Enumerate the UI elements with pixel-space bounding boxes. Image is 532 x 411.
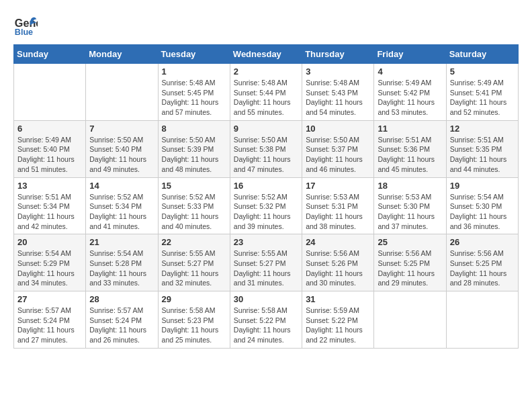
calendar-cell: 27Sunrise: 5:57 AM Sunset: 5:24 PM Dayli…: [14, 291, 86, 349]
header-row: SundayMondayTuesdayWednesdayThursdayFrid…: [14, 45, 519, 64]
svg-text:Blue: Blue: [15, 28, 33, 37]
day-number: 12: [450, 124, 515, 134]
day-number: 29: [162, 294, 226, 304]
day-number: 6: [17, 124, 82, 134]
day-number: 22: [162, 237, 226, 247]
calendar-cell: 12Sunrise: 5:51 AM Sunset: 5:35 PM Dayli…: [446, 120, 518, 177]
column-header-thursday: Thursday: [302, 45, 374, 64]
day-info: Sunrise: 5:51 AM Sunset: 5:35 PM Dayligh…: [450, 135, 515, 175]
day-info: Sunrise: 5:56 AM Sunset: 5:25 PM Dayligh…: [378, 248, 442, 288]
day-number: 7: [89, 124, 154, 134]
day-number: 1: [162, 66, 226, 77]
day-number: 8: [162, 124, 226, 134]
calendar-week-2: 6Sunrise: 5:49 AM Sunset: 5:40 PM Daylig…: [14, 120, 519, 177]
day-number: 3: [306, 66, 370, 77]
logo-icon: General Blue: [13, 13, 38, 38]
day-info: Sunrise: 5:54 AM Sunset: 5:29 PM Dayligh…: [17, 248, 82, 288]
calendar-week-3: 13Sunrise: 5:51 AM Sunset: 5:34 PM Dayli…: [14, 177, 519, 234]
day-number: 19: [450, 181, 515, 191]
day-info: Sunrise: 5:58 AM Sunset: 5:23 PM Dayligh…: [162, 306, 226, 345]
day-info: Sunrise: 5:53 AM Sunset: 5:30 PM Dayligh…: [378, 192, 442, 232]
calendar-cell: 9Sunrise: 5:50 AM Sunset: 5:38 PM Daylig…: [230, 120, 302, 177]
calendar-cell: 3Sunrise: 5:48 AM Sunset: 5:43 PM Daylig…: [302, 64, 374, 121]
day-number: 13: [17, 181, 82, 191]
calendar-week-4: 20Sunrise: 5:54 AM Sunset: 5:29 PM Dayli…: [14, 234, 519, 291]
day-info: Sunrise: 5:54 AM Sunset: 5:28 PM Dayligh…: [89, 248, 154, 288]
day-info: Sunrise: 5:56 AM Sunset: 5:25 PM Dayligh…: [450, 248, 515, 288]
day-info: Sunrise: 5:48 AM Sunset: 5:45 PM Dayligh…: [162, 78, 226, 118]
day-info: Sunrise: 5:50 AM Sunset: 5:39 PM Dayligh…: [162, 135, 226, 175]
day-info: Sunrise: 5:51 AM Sunset: 5:36 PM Dayligh…: [378, 135, 442, 175]
day-info: Sunrise: 5:50 AM Sunset: 5:38 PM Dayligh…: [234, 135, 298, 175]
calendar-cell: [14, 64, 86, 121]
calendar-cell: 26Sunrise: 5:56 AM Sunset: 5:25 PM Dayli…: [446, 234, 518, 291]
calendar-cell: 30Sunrise: 5:58 AM Sunset: 5:22 PM Dayli…: [230, 291, 302, 349]
calendar-cell: 1Sunrise: 5:48 AM Sunset: 5:45 PM Daylig…: [158, 64, 230, 121]
column-header-friday: Friday: [374, 45, 446, 64]
calendar-cell: 24Sunrise: 5:56 AM Sunset: 5:26 PM Dayli…: [302, 234, 374, 291]
day-info: Sunrise: 5:55 AM Sunset: 5:27 PM Dayligh…: [234, 248, 298, 288]
calendar-cell: 21Sunrise: 5:54 AM Sunset: 5:28 PM Dayli…: [86, 234, 158, 291]
day-number: 4: [378, 66, 442, 77]
day-number: 14: [89, 181, 154, 191]
day-info: Sunrise: 5:53 AM Sunset: 5:31 PM Dayligh…: [306, 192, 370, 232]
calendar-body: 1Sunrise: 5:48 AM Sunset: 5:45 PM Daylig…: [14, 64, 519, 349]
day-number: 20: [17, 237, 82, 247]
day-info: Sunrise: 5:52 AM Sunset: 5:33 PM Dayligh…: [162, 192, 226, 232]
calendar-cell: [374, 291, 446, 349]
calendar-header: SundayMondayTuesdayWednesdayThursdayFrid…: [14, 45, 519, 64]
day-number: 23: [234, 237, 298, 247]
day-number: 9: [234, 124, 298, 134]
calendar-cell: [446, 291, 518, 349]
calendar-week-5: 27Sunrise: 5:57 AM Sunset: 5:24 PM Dayli…: [14, 291, 519, 349]
column-header-saturday: Saturday: [446, 45, 518, 64]
day-info: Sunrise: 5:57 AM Sunset: 5:24 PM Dayligh…: [89, 306, 154, 345]
column-header-wednesday: Wednesday: [230, 45, 302, 64]
column-header-monday: Monday: [86, 45, 158, 64]
calendar-cell: 18Sunrise: 5:53 AM Sunset: 5:30 PM Dayli…: [374, 177, 446, 234]
day-number: 30: [234, 294, 298, 304]
page-header: General Blue: [13, 13, 519, 38]
calendar-cell: 15Sunrise: 5:52 AM Sunset: 5:33 PM Dayli…: [158, 177, 230, 234]
day-info: Sunrise: 5:49 AM Sunset: 5:41 PM Dayligh…: [450, 78, 515, 118]
day-number: 31: [306, 294, 370, 304]
day-number: 21: [89, 237, 154, 247]
calendar-cell: 23Sunrise: 5:55 AM Sunset: 5:27 PM Dayli…: [230, 234, 302, 291]
day-info: Sunrise: 5:48 AM Sunset: 5:44 PM Dayligh…: [234, 78, 298, 118]
calendar-cell: 6Sunrise: 5:49 AM Sunset: 5:40 PM Daylig…: [14, 120, 86, 177]
day-number: 16: [234, 181, 298, 191]
calendar-cell: 28Sunrise: 5:57 AM Sunset: 5:24 PM Dayli…: [86, 291, 158, 349]
calendar-cell: 19Sunrise: 5:54 AM Sunset: 5:30 PM Dayli…: [446, 177, 518, 234]
calendar-cell: 10Sunrise: 5:50 AM Sunset: 5:37 PM Dayli…: [302, 120, 374, 177]
day-info: Sunrise: 5:50 AM Sunset: 5:40 PM Dayligh…: [89, 135, 154, 175]
calendar-cell: 14Sunrise: 5:52 AM Sunset: 5:34 PM Dayli…: [86, 177, 158, 234]
day-info: Sunrise: 5:52 AM Sunset: 5:34 PM Dayligh…: [89, 192, 154, 232]
day-number: 2: [234, 66, 298, 77]
calendar-cell: 4Sunrise: 5:49 AM Sunset: 5:42 PM Daylig…: [374, 64, 446, 121]
calendar-cell: 31Sunrise: 5:59 AM Sunset: 5:22 PM Dayli…: [302, 291, 374, 349]
day-info: Sunrise: 5:49 AM Sunset: 5:42 PM Dayligh…: [378, 78, 442, 118]
day-number: 25: [378, 237, 442, 247]
column-header-tuesday: Tuesday: [158, 45, 230, 64]
day-info: Sunrise: 5:49 AM Sunset: 5:40 PM Dayligh…: [17, 135, 82, 175]
day-info: Sunrise: 5:48 AM Sunset: 5:43 PM Dayligh…: [306, 78, 370, 118]
column-header-sunday: Sunday: [14, 45, 86, 64]
day-number: 11: [378, 124, 442, 134]
calendar-cell: 13Sunrise: 5:51 AM Sunset: 5:34 PM Dayli…: [14, 177, 86, 234]
day-number: 27: [17, 294, 82, 304]
calendar-cell: 2Sunrise: 5:48 AM Sunset: 5:44 PM Daylig…: [230, 64, 302, 121]
day-number: 28: [89, 294, 154, 304]
day-info: Sunrise: 5:57 AM Sunset: 5:24 PM Dayligh…: [17, 306, 82, 345]
calendar-cell: 11Sunrise: 5:51 AM Sunset: 5:36 PM Dayli…: [374, 120, 446, 177]
calendar-cell: 17Sunrise: 5:53 AM Sunset: 5:31 PM Dayli…: [302, 177, 374, 234]
calendar-cell: 29Sunrise: 5:58 AM Sunset: 5:23 PM Dayli…: [158, 291, 230, 349]
day-info: Sunrise: 5:56 AM Sunset: 5:26 PM Dayligh…: [306, 248, 370, 288]
day-info: Sunrise: 5:52 AM Sunset: 5:32 PM Dayligh…: [234, 192, 298, 232]
calendar-week-1: 1Sunrise: 5:48 AM Sunset: 5:45 PM Daylig…: [14, 64, 519, 121]
logo: General Blue: [13, 13, 42, 38]
day-number: 5: [450, 66, 515, 77]
day-number: 18: [378, 181, 442, 191]
day-info: Sunrise: 5:58 AM Sunset: 5:22 PM Dayligh…: [234, 306, 298, 345]
day-info: Sunrise: 5:55 AM Sunset: 5:27 PM Dayligh…: [162, 248, 226, 288]
calendar-cell: 5Sunrise: 5:49 AM Sunset: 5:41 PM Daylig…: [446, 64, 518, 121]
